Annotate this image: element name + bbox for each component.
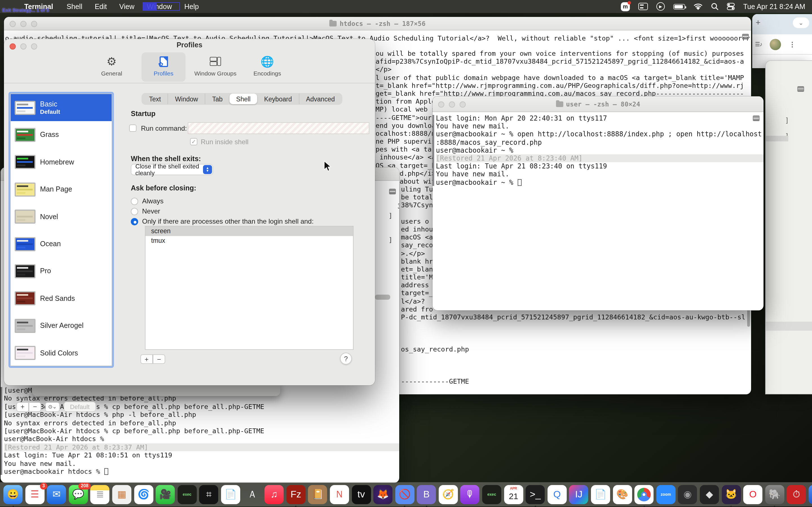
profile-actions-button[interactable]: ⊙⌄ bbox=[45, 402, 60, 411]
dock-item-inkscape[interactable]: ◆ bbox=[700, 485, 719, 504]
process-list[interactable]: screentmux bbox=[145, 226, 354, 350]
dock-item-filezilla[interactable]: Fz bbox=[286, 485, 305, 504]
toolbar-item-general[interactable]: ⚙ General bbox=[90, 52, 134, 82]
default-button[interactable]: Default bbox=[64, 402, 96, 412]
dock-item-mail[interactable]: ✉ bbox=[47, 485, 66, 504]
run-inside-shell-checkbox[interactable]: ✓ bbox=[190, 138, 197, 145]
dock-item-safari[interactable]: 🧭 bbox=[439, 485, 458, 504]
add-process-button[interactable]: + bbox=[140, 354, 153, 364]
dock-item-swirl-app[interactable]: 🌀 bbox=[134, 485, 153, 504]
zoom-button[interactable] bbox=[31, 43, 37, 50]
dock-item-palette[interactable]: 🎨 bbox=[613, 485, 632, 504]
remove-profile-button[interactable]: − bbox=[29, 402, 41, 411]
radio-never[interactable]: Never bbox=[131, 207, 160, 215]
htdocs-titlebar[interactable]: htdocs — -zsh — 187×56 bbox=[4, 17, 751, 31]
run-command-input[interactable] bbox=[188, 122, 369, 134]
toolbar-item-window-groups[interactable]: Window Groups bbox=[193, 52, 238, 82]
wifi-icon[interactable] bbox=[694, 3, 703, 10]
close-button[interactable] bbox=[10, 43, 16, 50]
tab-tab[interactable]: Tab bbox=[205, 94, 229, 104]
dock-item-news[interactable]: Ｎ bbox=[330, 485, 349, 504]
scrollbar-thumb[interactable] bbox=[375, 295, 390, 300]
radio-always[interactable]: Always bbox=[131, 197, 163, 205]
dock-item-reminders[interactable]: ☰3 bbox=[25, 485, 44, 504]
dock-item-firefox[interactable]: 🦊 bbox=[373, 485, 393, 504]
dock-item-notebook[interactable]: 📔 bbox=[308, 485, 327, 504]
profile-row-grass[interactable]: Grass bbox=[11, 121, 112, 149]
minimize-button[interactable] bbox=[20, 20, 27, 27]
tab-window[interactable]: Window bbox=[168, 94, 205, 104]
dock-item-intellij[interactable]: IJ bbox=[569, 485, 589, 504]
dock-item-mamp[interactable]: 🐘 bbox=[765, 485, 784, 504]
tab-shell[interactable]: Shell bbox=[230, 94, 257, 104]
dock-item-facetime[interactable]: 🎥 bbox=[156, 485, 175, 504]
run-command-checkbox[interactable] bbox=[129, 124, 137, 132]
dock-item-textedit[interactable]: 📄 bbox=[221, 485, 240, 504]
dock-item-app-grid[interactable]: ▦ bbox=[112, 485, 132, 504]
dock-item-zoom[interactable]: zoom bbox=[656, 485, 675, 504]
close-button[interactable] bbox=[10, 20, 16, 27]
profile-row-red-sands[interactable]: Red Sands bbox=[11, 285, 112, 312]
minimize-button[interactable] bbox=[20, 43, 27, 50]
radio-only-if-processes[interactable]: Only if there are processes other than t… bbox=[131, 217, 313, 225]
profile-row-novel[interactable]: Novel bbox=[11, 203, 112, 230]
shell-exit-dropdown[interactable]: Close if the shell exited cleanly ▲▼ bbox=[131, 164, 213, 175]
minimize-button[interactable] bbox=[449, 101, 455, 107]
new-tab-icon[interactable]: + bbox=[756, 17, 761, 27]
tab-text[interactable]: Text bbox=[142, 94, 167, 104]
scrollbar-thumb[interactable] bbox=[766, 136, 788, 142]
zoom-button[interactable] bbox=[31, 20, 37, 27]
add-profile-button[interactable]: + bbox=[16, 402, 29, 411]
dock-item-terminal[interactable]: >_ bbox=[526, 485, 545, 504]
dock-item-apple-tv[interactable]: tv bbox=[352, 485, 371, 504]
dock-item-chrome[interactable] bbox=[635, 485, 654, 504]
profile-row-silver-aerogel[interactable]: Silver Aerogel bbox=[11, 312, 112, 339]
dock-item-messages[interactable]: 💬208 bbox=[69, 485, 88, 504]
profile-row-pro[interactable]: Pro bbox=[11, 258, 112, 285]
control-center-icon[interactable] bbox=[727, 3, 735, 10]
dock-item-opera[interactable]: O bbox=[743, 485, 762, 504]
profile-list[interactable]: BasicDefaultGrassHomebrewMan PageNovelOc… bbox=[10, 94, 112, 366]
spotlight-icon[interactable] bbox=[711, 3, 718, 10]
dock-item-hammer-app[interactable]: 🔨 bbox=[809, 485, 812, 504]
toolbar-item-profiles[interactable]: Profiles bbox=[142, 52, 186, 82]
playback-menu-icon[interactable]: ▶ bbox=[656, 2, 665, 11]
overflow-menu-icon[interactable]: ⋮ bbox=[789, 40, 796, 48]
profile-row-basic[interactable]: BasicDefault bbox=[11, 94, 112, 121]
menu-item-edit[interactable]: Edit bbox=[95, 3, 107, 10]
battery-icon[interactable] bbox=[673, 4, 685, 9]
dock-item-podcasts[interactable]: 🎙 bbox=[460, 485, 479, 504]
dock-item-app-store[interactable]: Ａ bbox=[243, 485, 262, 504]
playlist-icon[interactable]: ☰♪ bbox=[755, 41, 762, 47]
profile-row-ocean[interactable]: Ocean bbox=[11, 230, 112, 258]
remove-process-button[interactable]: − bbox=[153, 354, 165, 364]
dock-item-gauge-app[interactable]: ⏱ bbox=[787, 485, 806, 504]
menu-item-view[interactable]: View bbox=[119, 3, 135, 10]
dock-item-xterm-2[interactable]: exec bbox=[482, 485, 501, 504]
menu-item-help[interactable]: Help bbox=[185, 3, 199, 10]
process-row-screen[interactable]: screen bbox=[146, 226, 353, 236]
menu-item-shell[interactable]: Shell bbox=[66, 3, 82, 10]
user-titlebar[interactable]: user — -zsh — 80×24 bbox=[433, 96, 763, 112]
terminal-preferences-window[interactable]: Profiles ⚙ General Profiles Window Group… bbox=[4, 39, 375, 385]
tab-keyboard[interactable]: Keyboard bbox=[257, 94, 299, 104]
tab-advanced[interactable]: Advanced bbox=[299, 94, 342, 104]
preferences-titlebar[interactable]: Profiles bbox=[4, 39, 375, 51]
process-row-tmux[interactable]: tmux bbox=[146, 236, 353, 245]
m-app-menu-icon[interactable]: m bbox=[621, 2, 630, 11]
profile-row-homebrew[interactable]: Homebrew bbox=[11, 149, 112, 176]
profile-row-man-page[interactable]: Man Page bbox=[11, 176, 112, 203]
dock-item-quicktime[interactable]: Q bbox=[548, 485, 567, 504]
profile-row-solid-colors[interactable]: Solid Colors bbox=[11, 339, 112, 366]
avatar[interactable] bbox=[770, 39, 781, 50]
scrollbar-thumb[interactable] bbox=[766, 322, 812, 331]
zoom-button[interactable] bbox=[460, 101, 466, 107]
dock-item-shutter-app[interactable]: ◉ bbox=[678, 485, 697, 504]
keyboard-menu-icon[interactable] bbox=[638, 3, 648, 10]
dock-item-blocked-app[interactable]: 🚫 bbox=[395, 485, 414, 504]
dock-item-xterm[interactable]: exec bbox=[177, 485, 197, 504]
close-button[interactable] bbox=[438, 101, 444, 107]
dock-item-cat-app[interactable]: 🐱 bbox=[721, 485, 741, 504]
dock-item-bbedit[interactable]: B bbox=[417, 485, 436, 504]
tab-search-chevron-icon[interactable]: ⌄ bbox=[793, 17, 809, 28]
